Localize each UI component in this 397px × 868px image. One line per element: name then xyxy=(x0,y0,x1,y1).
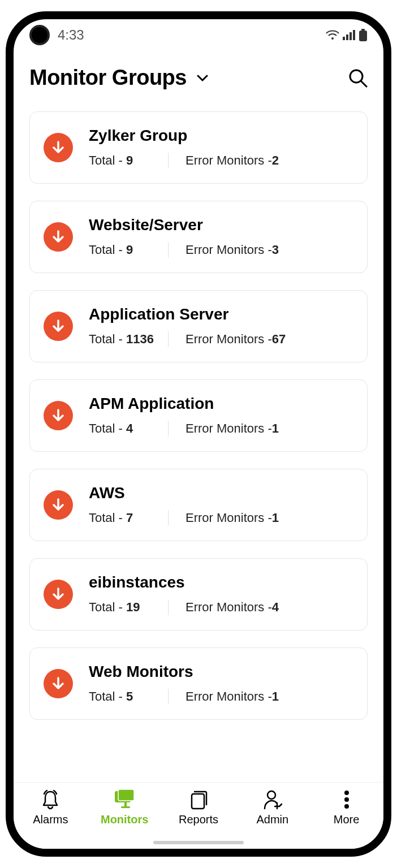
error-label: Error Monitors - xyxy=(185,153,272,168)
total-label: Total - xyxy=(89,332,126,346)
monitor-icon xyxy=(113,789,136,810)
total-value: 5 xyxy=(126,689,133,703)
battery-icon xyxy=(359,29,368,41)
nav-admin[interactable]: Admin xyxy=(235,789,309,826)
monitor-group-card[interactable]: AWSTotal - 7Error Monitors - 1 xyxy=(29,469,368,541)
error-value: 1 xyxy=(272,689,279,704)
header-title-dropdown[interactable]: Monitor Groups xyxy=(29,66,208,90)
error-label: Error Monitors - xyxy=(185,421,272,436)
nav-more[interactable]: More xyxy=(309,789,383,826)
chevron-down-icon xyxy=(197,75,208,81)
group-name: Zylker Group xyxy=(89,127,353,145)
status-bar: 4:33 xyxy=(14,19,383,51)
more-icon xyxy=(344,789,349,810)
status-icons xyxy=(326,29,368,41)
total-label: Total - xyxy=(89,153,126,167)
svg-rect-5 xyxy=(361,29,365,31)
svg-rect-3 xyxy=(349,32,352,40)
group-name: AWS xyxy=(89,484,353,502)
error-value: 2 xyxy=(272,153,279,168)
down-arrow-icon xyxy=(44,490,73,520)
svg-point-16 xyxy=(344,797,349,802)
search-button[interactable] xyxy=(348,68,368,88)
nav-label: More xyxy=(334,813,360,826)
wifi-icon xyxy=(326,30,339,40)
monitor-group-card[interactable]: Zylker GroupTotal - 9Error Monitors - 2 xyxy=(29,111,368,184)
total-label: Total - xyxy=(89,511,126,525)
page-title: Monitor Groups xyxy=(29,66,187,90)
svg-rect-2 xyxy=(346,34,348,40)
group-name: eibinstances xyxy=(89,573,353,591)
signal-icon xyxy=(343,30,355,40)
svg-rect-12 xyxy=(121,806,130,808)
page-header: Monitor Groups xyxy=(14,51,383,103)
svg-rect-11 xyxy=(124,802,127,806)
nav-monitors[interactable]: Monitors xyxy=(88,789,162,826)
card-body: eibinstancesTotal - 19Error Monitors - 4 xyxy=(89,573,353,615)
total-label: Total - xyxy=(89,421,126,435)
reports-icon xyxy=(188,789,209,810)
stats-row: Total - 9Error Monitors - 2 xyxy=(89,153,353,169)
stats-row: Total - 1136Error Monitors - 67 xyxy=(89,331,353,347)
stat-divider xyxy=(168,153,169,169)
monitor-group-card[interactable]: Application ServerTotal - 1136Error Moni… xyxy=(29,290,368,362)
svg-point-14 xyxy=(267,791,275,799)
monitor-group-list[interactable]: Zylker GroupTotal - 9Error Monitors - 2W… xyxy=(14,103,383,782)
down-arrow-icon xyxy=(44,580,73,609)
group-name: Web Monitors xyxy=(89,663,353,681)
total-value: 9 xyxy=(126,153,133,167)
stats-row: Total - 7Error Monitors - 1 xyxy=(89,510,353,526)
down-arrow-icon xyxy=(44,312,73,341)
nav-reports[interactable]: Reports xyxy=(162,789,236,826)
phone-frame: 4:33 xyxy=(6,11,391,857)
home-indicator[interactable] xyxy=(153,841,244,844)
error-label: Error Monitors - xyxy=(185,511,272,525)
error-label: Error Monitors - xyxy=(185,243,272,257)
total-value: 1136 xyxy=(126,332,154,346)
card-body: APM ApplicationTotal - 4Error Monitors -… xyxy=(89,395,353,437)
down-arrow-icon xyxy=(44,669,73,698)
total-value: 4 xyxy=(126,421,133,435)
down-arrow-icon xyxy=(44,401,73,430)
down-arrow-icon xyxy=(44,222,73,252)
monitor-group-card[interactable]: Website/ServerTotal - 9Error Monitors - … xyxy=(29,201,368,273)
svg-point-0 xyxy=(331,37,334,40)
error-value: 1 xyxy=(272,421,279,436)
svg-line-8 xyxy=(361,81,366,87)
admin-icon xyxy=(262,789,283,810)
stat-divider xyxy=(168,421,169,437)
total-label: Total - xyxy=(89,689,126,703)
stat-divider xyxy=(168,331,169,347)
error-label: Error Monitors - xyxy=(185,689,272,704)
status-time: 4:33 xyxy=(58,27,84,43)
stats-row: Total - 19Error Monitors - 4 xyxy=(89,599,353,615)
svg-point-15 xyxy=(344,791,349,795)
total-label: Total - xyxy=(89,600,126,614)
monitor-group-card[interactable]: Web MonitorsTotal - 5Error Monitors - 1 xyxy=(29,647,368,720)
nav-alarms[interactable]: Alarms xyxy=(14,789,88,826)
nav-label: Admin xyxy=(256,813,288,826)
total-label: Total - xyxy=(89,243,126,257)
svg-rect-1 xyxy=(343,37,345,40)
bell-icon xyxy=(40,789,61,810)
svg-point-7 xyxy=(350,70,363,83)
card-body: Web MonitorsTotal - 5Error Monitors - 1 xyxy=(89,663,353,705)
stat-divider xyxy=(168,510,169,526)
card-body: Zylker GroupTotal - 9Error Monitors - 2 xyxy=(89,127,353,169)
bottom-nav: Alarms Monitors Reports xyxy=(14,782,383,849)
total-value: 7 xyxy=(126,511,133,525)
svg-rect-4 xyxy=(353,30,355,40)
error-value: 67 xyxy=(272,332,286,347)
error-value: 3 xyxy=(272,243,279,257)
error-value: 1 xyxy=(272,511,279,525)
monitor-group-card[interactable]: eibinstancesTotal - 19Error Monitors - 4 xyxy=(29,558,368,631)
svg-rect-13 xyxy=(192,794,204,809)
nav-label: Reports xyxy=(179,813,218,826)
group-name: Application Server xyxy=(89,305,353,323)
svg-point-17 xyxy=(344,804,349,809)
stats-row: Total - 9Error Monitors - 3 xyxy=(89,242,353,258)
card-body: Application ServerTotal - 1136Error Moni… xyxy=(89,305,353,347)
monitor-group-card[interactable]: APM ApplicationTotal - 4Error Monitors -… xyxy=(29,379,368,452)
total-value: 9 xyxy=(126,243,133,257)
group-name: Website/Server xyxy=(89,216,353,234)
